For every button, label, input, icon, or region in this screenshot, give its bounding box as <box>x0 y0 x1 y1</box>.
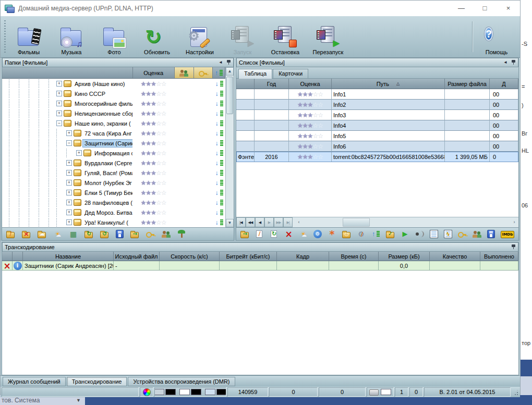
tree-item[interactable]: +Нелицензионные сбор★★★☆☆ <box>2 108 225 118</box>
folder-delete-icon[interactable]: × <box>22 230 31 238</box>
nav-first-icon[interactable]: |◀ <box>236 217 246 227</box>
transcoding-column-header[interactable]: Время (с) <box>329 252 379 261</box>
expand-box-icon[interactable]: + <box>56 111 62 116</box>
users-icon[interactable] <box>162 230 171 238</box>
burst-icon[interactable]: * <box>328 230 336 238</box>
music-folder-button[interactable]: ♫Музыка <box>50 18 93 56</box>
list-row[interactable]: ★★★☆☆Info200 <box>236 100 518 110</box>
transcoding-column-header[interactable]: Название <box>23 252 114 261</box>
column-header-rating[interactable]: Оценка <box>133 67 175 78</box>
scroll-left-icon[interactable]: ‹ <box>295 217 303 227</box>
tree-item[interactable]: +28 панфиловцев (★★★☆☆ <box>2 198 225 207</box>
bottom-tab[interactable]: Транскодирование <box>67 377 127 386</box>
save-icon[interactable] <box>487 230 495 238</box>
download-sort-icon[interactable] <box>215 199 224 207</box>
tree-item[interactable]: +Многосерийные филь★★★☆☆ <box>2 99 225 108</box>
download-sort-icon[interactable] <box>215 169 224 177</box>
folder-export-icon[interactable]: → <box>130 230 139 238</box>
download-sort-icon[interactable] <box>215 139 224 148</box>
tree-item[interactable]: +Архив (Наше кино)★★★☆☆ <box>2 79 225 89</box>
transcoding-column-header[interactable]: Качество <box>430 252 480 261</box>
download-sort-icon[interactable] <box>215 109 224 118</box>
transcoding-column-header[interactable]: Исходный файл <box>114 252 160 261</box>
collapse-box-icon[interactable]: − <box>66 140 72 146</box>
nav-last-icon[interactable]: ▶| <box>283 217 293 227</box>
tree-item[interactable]: +Дед Мороз. Битва★★★☆☆ <box>2 207 225 217</box>
sun-cloud-icon[interactable]: ☀☁ <box>53 230 62 238</box>
tab-table[interactable]: Таблица <box>238 69 272 79</box>
download-sort-icon[interactable] <box>215 189 224 197</box>
tree-scrollbar[interactable]: ▲ ▼ <box>225 67 234 227</box>
tree-item[interactable]: +Кино СССР★★★☆☆ <box>2 89 225 99</box>
column-header-sort[interactable] <box>213 67 225 78</box>
list-column-header[interactable]: Д <box>490 79 518 89</box>
list-column-header[interactable]: Оценка <box>289 79 332 89</box>
close-button[interactable]: × <box>497 1 520 16</box>
expand-box-icon[interactable]: + <box>66 190 72 195</box>
sort-up-icon[interactable] <box>371 230 380 238</box>
expand-box-icon[interactable]: + <box>76 150 82 156</box>
expand-box-icon[interactable]: + <box>66 210 72 215</box>
scroll-right-icon[interactable]: › <box>510 217 518 227</box>
grid-icon[interactable]: ▦ <box>69 230 78 238</box>
folder-cloud-icon[interactable]: ☁ <box>38 230 46 238</box>
expand-box-icon[interactable]: + <box>66 170 72 176</box>
download-sort-icon[interactable] <box>215 218 224 227</box>
list-row[interactable]: Фэнтези2016★★★☆☆torrent:0bc82457275b00d1… <box>236 152 518 162</box>
folder-check-icon[interactable]: ✓ <box>386 230 395 238</box>
tree-item[interactable]: −Наше кино, экранки (★★★☆☆ <box>2 118 225 128</box>
transcoding-column-header[interactable]: Кадр <box>277 252 329 261</box>
delete-icon[interactable]: × <box>3 262 11 270</box>
nav-next-icon[interactable]: ▶ <box>264 217 274 227</box>
sun-cloud-icon[interactable]: ☀☁ <box>299 230 308 238</box>
photo-folder-button[interactable]: Фото <box>93 18 136 56</box>
table-flash-icon[interactable]: ϟ <box>444 230 452 238</box>
folder-open-icon[interactable]: → <box>240 230 249 238</box>
folder-sync2-icon[interactable]: ↺ <box>100 230 109 238</box>
download-sort-icon[interactable] <box>215 208 224 217</box>
download-sort-icon[interactable] <box>215 129 224 138</box>
tree-item[interactable]: +Гуляй, Вася! (Рома★★★☆☆ <box>2 168 225 178</box>
nav-fast-next-icon[interactable]: ▶▶ <box>274 217 283 227</box>
collapse-left-icon[interactable]: ◄ <box>219 60 223 65</box>
expand-box-icon[interactable]: + <box>66 130 72 136</box>
films-folder-button[interactable]: Фильмы <box>7 18 50 56</box>
server-restart-button[interactable]: ▶Перезапуск <box>307 18 349 56</box>
nav-fast-prev-icon[interactable]: ◀◀ <box>246 217 255 227</box>
users-icon[interactable] <box>473 230 481 238</box>
expand-box-icon[interactable]: + <box>56 101 62 106</box>
download-sort-icon[interactable] <box>215 100 224 108</box>
horizontal-scrollbar[interactable]: ‹ › <box>295 217 518 227</box>
pin-icon[interactable] <box>511 60 516 65</box>
list-row[interactable]: ★★★☆☆Info500 <box>236 131 518 141</box>
minimize-button[interactable]: — <box>450 1 473 16</box>
server-stop-button[interactable]: Остановка <box>264 18 307 56</box>
pin-icon[interactable] <box>511 244 516 250</box>
list-row[interactable]: ★★★☆☆Info100 <box>236 89 518 100</box>
info-icon[interactable]: i <box>14 262 22 270</box>
transcoding-column-header[interactable]: Выполнено <box>480 252 518 261</box>
folder-sync-icon[interactable]: ↻ <box>84 230 93 238</box>
tree-item[interactable]: +Информация с★★★☆☆ <box>2 148 225 158</box>
gear-info-icon[interactable]: ⚙ <box>313 230 322 238</box>
folder-edit-icon[interactable]: / <box>6 230 15 238</box>
resize-grip[interactable] <box>513 387 519 397</box>
transcoding-column-header[interactable]: Битрейт (кБит/с) <box>220 252 277 261</box>
download-sort-icon[interactable] <box>215 80 224 88</box>
transcoding-column-header[interactable]: Размер (кБ) <box>379 252 430 261</box>
column-header-access[interactable] <box>194 67 213 78</box>
download-sort-icon[interactable] <box>215 90 224 98</box>
expand-box-icon[interactable]: + <box>66 160 72 166</box>
tree-item[interactable]: −Защитники (Сарик★★★☆☆ <box>2 138 225 148</box>
list-row[interactable]: ★★★☆☆Info400 <box>236 120 518 131</box>
collapse-left-icon[interactable]: ◄ <box>503 60 507 65</box>
expand-box-icon[interactable]: + <box>56 81 62 87</box>
list-row[interactable]: ★★★☆☆Info300 <box>236 110 518 120</box>
expand-box-icon[interactable]: + <box>56 91 62 96</box>
list-row[interactable]: ★★★☆☆Info600 <box>236 141 518 152</box>
list-column-header[interactable]: Путь△ <box>332 79 445 89</box>
settings-button[interactable]: ⚙Настройки <box>178 18 221 56</box>
tools-icon[interactable]: ⚙/ <box>357 230 366 238</box>
refresh-page-icon[interactable]: ↻ <box>270 230 279 238</box>
sound-icon[interactable] <box>415 230 424 238</box>
